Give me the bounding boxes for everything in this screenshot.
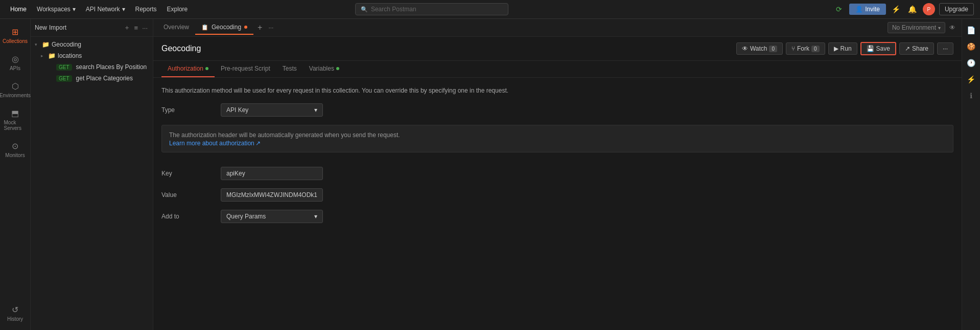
invite-button[interactable]: 👤 Invite <box>849 4 886 15</box>
fork-count: 0 <box>811 46 820 52</box>
get-badge: GET <box>56 64 72 71</box>
tabs-bar: Overview 📋 Geocoding + ··· No Environmen… <box>153 19 962 37</box>
workspaces-chevron-icon <box>73 6 76 13</box>
value-label: Value <box>161 191 213 199</box>
history-right-icon[interactable]: 🕐 <box>964 56 978 70</box>
sync-icon[interactable]: ⟳ <box>833 3 845 15</box>
learn-more-link[interactable]: Learn more about authorization ↗ <box>169 140 946 147</box>
run-icon: ▶ <box>834 45 838 52</box>
capture-icon[interactable]: ⚡ <box>964 72 978 86</box>
sidebar-item-monitors[interactable]: ⊙ Monitors <box>2 137 29 162</box>
more-options-button[interactable]: ··· <box>141 23 149 33</box>
panel-header: New Import ＋ ≡ ··· <box>31 19 153 37</box>
content-area: Overview 📋 Geocoding + ··· No Environmen… <box>153 19 962 330</box>
avatar[interactable]: P <box>923 3 935 15</box>
auth-note: The authorization header will be automat… <box>161 125 953 152</box>
key-row: Key <box>161 167 953 180</box>
value-input[interactable] <box>221 188 323 202</box>
env-chevron-icon: ▾ <box>938 25 941 31</box>
auth-active-dot <box>205 67 208 70</box>
sidebar-bottom: ↺ History <box>2 301 29 326</box>
chevron-right-icon: ▸ <box>41 53 46 58</box>
invite-icon: 👤 <box>855 6 863 13</box>
tree-collection-geocoding[interactable]: ▾ 📁 Geocoding <box>31 39 153 50</box>
new-button[interactable]: New <box>35 24 47 31</box>
tab-tests[interactable]: Tests <box>276 61 303 77</box>
sidebar-item-collections[interactable]: ⊞ Collections <box>2 23 29 48</box>
tab-authorization[interactable]: Authorization <box>161 61 215 77</box>
key-input[interactable] <box>221 167 323 180</box>
tab-geocoding[interactable]: 📋 Geocoding <box>195 20 253 35</box>
nav-home[interactable]: Home <box>6 4 31 15</box>
type-label: Type <box>161 106 213 114</box>
watch-icon: 👁 <box>742 45 748 52</box>
eye-icon[interactable]: 👁 <box>947 23 958 32</box>
external-link-icon: ↗ <box>255 140 261 147</box>
sidebar-item-environments[interactable]: ⬡ Environments <box>2 77 29 102</box>
fork-button[interactable]: ⑂ Fork 0 <box>786 42 825 55</box>
info-icon[interactable]: ℹ <box>964 89 978 103</box>
more-actions-button[interactable]: ··· <box>937 42 953 55</box>
auth-form: Type API Key The authorization header wi… <box>161 103 953 223</box>
tree-item-search-places[interactable]: ▸ GET search Places By Position <box>31 61 153 73</box>
sidebar-item-history[interactable]: ↺ History <box>2 301 29 326</box>
add-to-chevron-icon <box>314 213 317 220</box>
right-sidebar: 📄 🍪 🕐 ⚡ ℹ <box>962 19 980 330</box>
type-row: Type API Key <box>161 103 953 117</box>
collection-folder-icon: 📁 <box>42 41 50 48</box>
save-icon: 💾 <box>867 45 874 52</box>
nav-api-network[interactable]: API Network <box>82 4 129 15</box>
tree-folder-locations[interactable]: ▸ 📁 locations <box>31 50 153 61</box>
collection-tabs: Authorization Pre-request Script Tests V… <box>153 61 962 78</box>
share-button[interactable]: ↗ Share <box>899 42 934 55</box>
collection-header: Geocoding 👁 Watch 0 ⑂ Fork 0 ▶ Run 💾 <box>153 37 962 61</box>
key-label: Key <box>161 170 213 177</box>
bell-icon[interactable]: 🔔 <box>906 3 919 15</box>
tab-more-button[interactable]: ··· <box>266 24 275 31</box>
import-button[interactable]: Import <box>49 24 66 31</box>
monitors-icon: ⊙ <box>12 141 18 151</box>
mock-servers-icon: ⬒ <box>11 108 19 118</box>
type-select-chevron-icon <box>314 106 317 114</box>
docs-icon[interactable]: 📄 <box>964 23 978 37</box>
tab-overview[interactable]: Overview <box>157 20 195 35</box>
watch-button[interactable]: 👁 Watch 0 <box>736 42 783 55</box>
sidebar-item-apis[interactable]: ◎ APIs <box>2 50 29 75</box>
collections-icon: ⊞ <box>12 27 18 37</box>
sort-button[interactable]: ≡ <box>133 23 139 33</box>
tab-variables[interactable]: Variables <box>303 61 345 77</box>
add-to-row: Add to Query Params <box>161 210 953 223</box>
tree-container: ▾ 📁 Geocoding ▸ 📁 locations ▸ GET search… <box>31 37 153 330</box>
save-button[interactable]: 💾 Save <box>860 42 896 55</box>
nav-reports[interactable]: Reports <box>131 4 161 15</box>
history-icon: ↺ <box>12 305 18 315</box>
tree-item-get-place-categories[interactable]: ▸ GET get Place Categories <box>31 73 153 84</box>
nav-explore[interactable]: Explore <box>163 4 192 15</box>
get-badge-2: GET <box>56 75 72 82</box>
tab-icon: 📋 <box>201 24 208 31</box>
collection-title: Geocoding <box>161 44 201 53</box>
add-collection-button[interactable]: ＋ <box>123 22 131 33</box>
upgrade-button[interactable]: Upgrade <box>939 3 974 15</box>
fork-icon: ⑂ <box>791 45 795 52</box>
sidebar-item-mock-servers[interactable]: ⬒ Mock Servers <box>2 104 29 135</box>
top-nav: Home Workspaces API Network Reports Expl… <box>0 0 980 19</box>
environments-icon: ⬡ <box>12 81 19 91</box>
search-box[interactable]: 🔍 Search Postman <box>355 3 508 15</box>
add-to-select[interactable]: Query Params <box>221 210 323 223</box>
value-row: Value <box>161 188 953 202</box>
tab-pre-request-script[interactable]: Pre-request Script <box>215 61 276 77</box>
type-select[interactable]: API Key <box>221 103 323 117</box>
environment-selector[interactable]: No Environment ▾ <box>888 22 945 33</box>
add-to-label: Add to <box>161 213 213 220</box>
nav-workspaces[interactable]: Workspaces <box>33 4 80 15</box>
tab-add-button[interactable]: + <box>253 23 266 32</box>
collections-panel: New Import ＋ ≡ ··· ▾ 📁 Geocoding ▸ 📁 loc… <box>31 19 153 330</box>
share-icon: ↗ <box>905 45 910 52</box>
lightning-icon[interactable]: ⚡ <box>890 3 902 15</box>
cookies-icon[interactable]: 🍪 <box>964 39 978 54</box>
run-button[interactable]: ▶ Run <box>828 42 857 55</box>
variables-dot <box>336 67 339 70</box>
chevron-down-icon: ▾ <box>35 42 40 47</box>
search-icon: 🔍 <box>361 6 368 13</box>
